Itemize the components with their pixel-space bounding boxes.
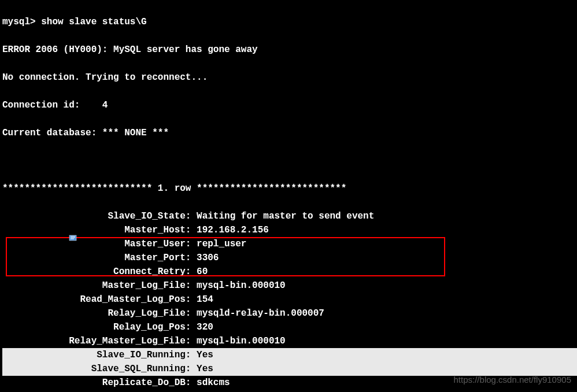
status-field-slave_io_running: Slave_IO_Running: Yes — [2, 348, 577, 362]
reconnect-line: No connection. Trying to reconnect... — [2, 71, 575, 84]
terminal-output: mysql> show slave status\G ERROR 2006 (H… — [0, 0, 577, 392]
blank-line — [2, 154, 575, 168]
status-field-replicate_ignore_db: Replicate_Ignore_DB: mysql,information_s… — [2, 390, 575, 392]
status-field-relay_log_pos: Relay_Log_Pos: 320 — [2, 320, 575, 334]
row-header: *************************** 1. row *****… — [2, 182, 575, 195]
status-field-master_log_file: Master_Log_File: mysql-bin.000010 — [2, 279, 575, 293]
status-field-relay_master_log_file: Relay_Master_Log_File: mysql-bin.000010 — [2, 334, 575, 348]
error-line: ERROR 2006 (HY000): MySQL server has gon… — [2, 43, 575, 57]
connection-id-line: Connection id: 4 — [2, 98, 575, 112]
status-field-read_master_log_pos: Read_Master_Log_Pos: 154 — [2, 293, 575, 306]
status-field-slave_io_state: Slave_IO_State: Waiting for master to se… — [2, 209, 575, 223]
current-db-line: Current database: *** NONE *** — [2, 126, 575, 140]
status-field-master_user: Master_User: repl_user — [2, 237, 575, 251]
status-field-relay_log_file: Relay_Log_File: mysqld-relay-bin.000007 — [2, 306, 575, 320]
watermark-text: https://blog.csdn.net/fly910905 — [454, 373, 571, 387]
status-field-master_port: Master_Port: 3306 — [2, 251, 575, 265]
status-field-master_host: Master_Host: 192.168.2.156 — [2, 223, 575, 237]
status-field-connect_retry: Connect_Retry: 60 — [2, 265, 575, 279]
mysql-prompt: mysql> show slave status\G — [2, 15, 575, 29]
